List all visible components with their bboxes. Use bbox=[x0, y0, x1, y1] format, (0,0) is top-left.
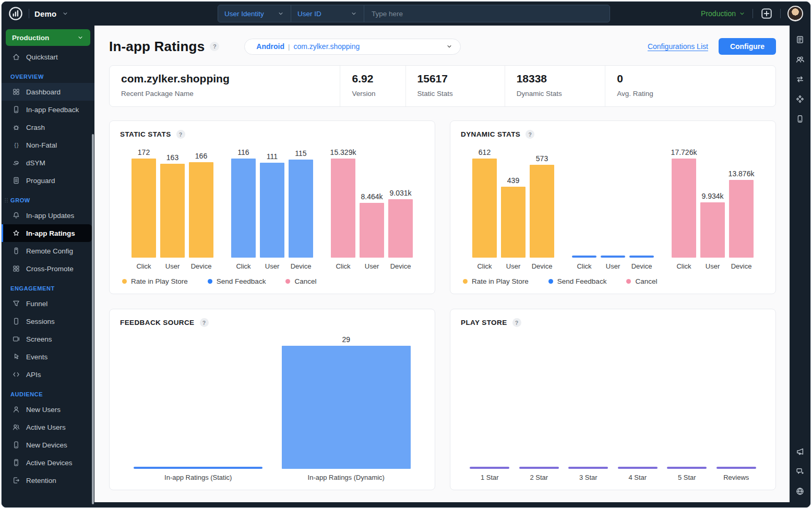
mobile-icon[interactable] bbox=[795, 114, 805, 124]
sidebar-nav: OVERVIEWDashboardIn-app FeedbackCrash{ }… bbox=[2, 66, 94, 489]
bar[interactable] bbox=[568, 467, 608, 469]
sidebar-item-remote-config[interactable]: Remote Config bbox=[2, 242, 92, 260]
configure-button[interactable]: Configure bbox=[719, 38, 776, 55]
sidebar-item-in-app-feedback[interactable]: In-app Feedback bbox=[2, 101, 92, 118]
bar[interactable] bbox=[388, 199, 413, 258]
play-store-bar-chart: 1 Star2 Star3 Star4 Star5 StarReviews bbox=[461, 334, 765, 482]
bar[interactable] bbox=[189, 162, 213, 258]
legend-item[interactable]: Rate in Play Store bbox=[463, 277, 529, 285]
integrations-icon[interactable] bbox=[795, 94, 805, 104]
sidebar-item-apis[interactable]: APIs bbox=[2, 366, 92, 383]
bar[interactable] bbox=[231, 159, 256, 258]
bar-value-label: 9.031k bbox=[389, 189, 411, 197]
environment-dropdown[interactable]: Production bbox=[701, 9, 746, 18]
sidebar-item-dsym[interactable]: dSYM bbox=[2, 154, 92, 172]
bar[interactable] bbox=[472, 159, 497, 258]
bar[interactable] bbox=[134, 467, 262, 469]
bar[interactable] bbox=[629, 256, 654, 258]
category-label: Device bbox=[631, 262, 652, 271]
bar[interactable] bbox=[470, 467, 509, 469]
people-icon[interactable] bbox=[795, 55, 805, 64]
bar[interactable] bbox=[729, 180, 754, 258]
summary-cell-avg-rating: 0 Avg. Rating bbox=[605, 66, 775, 106]
sidebar-item-funnel[interactable]: Funnel bbox=[2, 295, 92, 312]
app-selector-dropdown[interactable]: Android | com.zylker.shopping bbox=[244, 39, 461, 55]
sidebar-item-new-devices[interactable]: New Devices bbox=[2, 436, 92, 454]
sidebar-item-active-users[interactable]: Active Users bbox=[2, 418, 92, 436]
sidebar-item-label: Active Devices bbox=[26, 459, 73, 467]
bar[interactable] bbox=[572, 256, 596, 258]
sidebar-item-quickstart[interactable]: Quickstart bbox=[2, 48, 92, 66]
sidebar-item-retention[interactable]: Retention bbox=[2, 471, 92, 489]
category-label: In-app Ratings (Static) bbox=[164, 474, 232, 482]
bar[interactable] bbox=[360, 203, 384, 258]
megaphone-icon[interactable] bbox=[795, 447, 805, 456]
device-active-icon bbox=[12, 458, 20, 467]
bar[interactable] bbox=[501, 187, 526, 258]
sidebar-item-label: Screens bbox=[26, 335, 52, 343]
search-key-dropdown[interactable]: User ID bbox=[291, 5, 364, 22]
bar-cell: 1 Star bbox=[465, 334, 515, 482]
drag-handle-icon[interactable] bbox=[3, 197, 9, 204]
search-field-type-dropdown[interactable]: User Identity bbox=[218, 5, 291, 22]
sidebar-environment-dropdown[interactable]: Production bbox=[6, 29, 90, 46]
legend-label: Send Feedback bbox=[557, 277, 607, 285]
bar[interactable] bbox=[519, 467, 559, 469]
bar[interactable] bbox=[667, 467, 707, 469]
feedback-chat-icon[interactable] bbox=[795, 467, 805, 476]
sidebar-item-in-app-updates[interactable]: In-app Updates bbox=[2, 207, 92, 224]
legend-item[interactable]: Cancel bbox=[626, 277, 657, 285]
bar[interactable] bbox=[672, 159, 696, 258]
sidebar-item-cross-promote[interactable]: Cross-Promote bbox=[2, 260, 92, 277]
legend-item[interactable]: Send Feedback bbox=[548, 277, 607, 285]
bar[interactable] bbox=[700, 202, 725, 258]
bar[interactable] bbox=[289, 160, 313, 258]
package-name: com.zylker.shopping bbox=[293, 42, 360, 51]
chevron-down-icon[interactable] bbox=[62, 10, 69, 17]
legend-item[interactable]: Send Feedback bbox=[208, 277, 266, 285]
configurations-list-link[interactable]: Configurations List bbox=[648, 42, 708, 51]
help-icon[interactable]: ? bbox=[200, 318, 209, 327]
sidebar-item-events[interactable]: Events bbox=[2, 348, 92, 366]
bar[interactable] bbox=[331, 159, 355, 258]
project-name[interactable]: Demo bbox=[34, 9, 56, 18]
globe-icon[interactable] bbox=[795, 487, 805, 496]
help-icon[interactable]: ? bbox=[512, 318, 521, 327]
search-input[interactable] bbox=[364, 5, 610, 22]
legend-item[interactable]: Cancel bbox=[285, 277, 316, 285]
bar[interactable] bbox=[530, 165, 554, 258]
legend-item[interactable]: Rate in Play Store bbox=[122, 277, 188, 285]
add-button[interactable] bbox=[760, 7, 773, 20]
bar[interactable] bbox=[160, 164, 185, 258]
bar-value-label: 9.934k bbox=[701, 192, 723, 200]
bar[interactable] bbox=[132, 159, 156, 258]
bar[interactable] bbox=[618, 467, 658, 469]
document-list-icon[interactable] bbox=[795, 35, 805, 44]
bar[interactable] bbox=[260, 163, 284, 258]
category-label: Click bbox=[336, 262, 350, 271]
sidebar-item-sessions[interactable]: Sessions bbox=[2, 312, 92, 330]
bar[interactable] bbox=[282, 346, 411, 469]
sidebar-item-new-users[interactable]: New Users bbox=[2, 401, 92, 418]
help-icon[interactable]: ? bbox=[210, 42, 219, 51]
feedback-source-bar-chart: In-app Ratings (Static)29In-app Ratings … bbox=[120, 334, 424, 482]
sidebar-item-proguard[interactable]: Proguard bbox=[2, 172, 92, 189]
swap-arrows-icon[interactable] bbox=[795, 75, 805, 84]
sidebar-item-active-devices[interactable]: Active Devices bbox=[2, 454, 92, 471]
dashboard-icon bbox=[12, 88, 20, 96]
sidebar-section-header: ENGAGEMENT bbox=[2, 277, 94, 295]
sidebar-item-in-app-ratings[interactable]: In-app Ratings bbox=[2, 224, 92, 242]
sidebar-item-screens[interactable]: Screens bbox=[2, 330, 92, 348]
sidebar-scrollbar[interactable] bbox=[92, 134, 94, 504]
sidebar-item-crash[interactable]: Crash bbox=[2, 118, 92, 136]
category-label: Click bbox=[236, 262, 250, 271]
sidebar-item-non-fatal[interactable]: { }Non-Fatal bbox=[2, 136, 92, 154]
bar-cell: 115Device bbox=[289, 146, 313, 271]
help-icon[interactable]: ? bbox=[526, 130, 534, 139]
sidebar-item-label: Retention bbox=[26, 477, 56, 484]
user-avatar[interactable] bbox=[787, 6, 803, 21]
sidebar-item-dashboard[interactable]: Dashboard bbox=[2, 83, 94, 101]
help-icon[interactable]: ? bbox=[176, 130, 185, 139]
bar[interactable] bbox=[601, 256, 625, 258]
bar[interactable] bbox=[717, 467, 756, 469]
